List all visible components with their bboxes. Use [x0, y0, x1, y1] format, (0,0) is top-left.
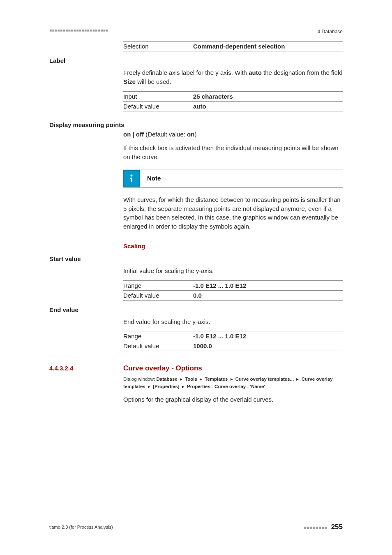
subsection-title: Curve overlay - Options	[123, 364, 202, 372]
def-row-default: Default value 0.0	[123, 290, 343, 301]
breadcrumb-sep-icon: ▸	[147, 384, 152, 389]
param-end: End value	[49, 306, 343, 313]
breadcrumb-sep-icon: ▸	[229, 377, 234, 382]
scaling-head: Scaling	[123, 243, 343, 250]
def-row-selection: Selection Command-dependent selection	[123, 41, 343, 51]
dialog-path-seg: Curve overlay templates...	[235, 377, 294, 382]
dmp-block: on | off (Default value: on) If this che…	[123, 130, 343, 250]
def-row-input: Input 25 characters	[123, 91, 343, 101]
selection-block: Selection Command-dependent selection	[123, 41, 343, 51]
svg-point-0	[131, 174, 133, 176]
def-val: -1.0 E12 ... 1.0 E12	[193, 333, 246, 340]
breadcrumb-sep-icon: ▸	[295, 377, 300, 382]
def-key: Selection	[123, 43, 193, 50]
footer-dashes: ■■■■■■■■	[304, 525, 327, 530]
subsection-body: Dialog window: Database ▸ Tools ▸ Templa…	[123, 376, 343, 404]
text-seg: the designation from the field	[262, 69, 343, 76]
info-icon-svg	[127, 173, 136, 183]
def-row-default: Default value 1000.0	[123, 341, 343, 351]
note-head: Note	[123, 169, 343, 188]
def-key: Default value	[123, 292, 193, 299]
text-seg: Freely definable axis label for the y ax…	[123, 69, 249, 76]
breadcrumb-sep-icon: ▸	[179, 377, 184, 382]
def-key: Range	[123, 282, 193, 289]
end-body: End value for scaling the y-axis.	[123, 317, 343, 326]
note-box: Note With curves, for which the distance…	[123, 169, 343, 231]
note-title: Note	[147, 175, 161, 182]
page-content: Selection Command-dependent selection La…	[49, 41, 343, 404]
footer-product: tiamo 2.3 (for Process Analysis)	[49, 525, 113, 530]
def-key: Default value	[123, 103, 193, 110]
param-dmp: Display measuring points	[49, 121, 343, 128]
def-key: Input	[123, 93, 193, 100]
def-val: auto	[193, 103, 206, 110]
dialog-path: Dialog window: Database ▸ Tools ▸ Templa…	[123, 376, 343, 390]
param-start: Start value	[49, 255, 343, 262]
dmp-onoff: on | off (Default value: on)	[123, 130, 343, 139]
dmp-body: If this check box is activated then the …	[123, 143, 343, 162]
dialog-path-seg: Database	[157, 377, 178, 382]
dialog-path-seg: Templates	[205, 377, 228, 382]
def-val: 1000.0	[193, 342, 212, 349]
def-row-range: Range -1.0 E12 ... 1.0 E12	[123, 280, 343, 290]
dialog-path-seg: [Properties]	[153, 384, 180, 389]
def-key: Range	[123, 333, 193, 340]
note-body: With curves, for which the distance betw…	[123, 195, 343, 231]
def-val: 0.0	[193, 292, 202, 299]
dialog-prefix: Dialog window:	[123, 377, 157, 382]
svg-rect-2	[130, 178, 131, 179]
text-seg: will be used.	[136, 78, 171, 85]
text-bold: on	[187, 131, 194, 138]
dialog-path-seg: Properties - Curve overlay - 'Name'	[187, 384, 265, 389]
text-bold-size: Size	[123, 78, 136, 85]
start-body: Initial value for scaling the y-axis.	[123, 266, 343, 275]
text-seg: )	[194, 131, 196, 138]
def-key: Default value	[123, 342, 193, 349]
info-icon	[123, 170, 140, 187]
header-section: 4 Database	[318, 29, 343, 35]
subsection-row: 4.4.3.2.4 Curve overlay - Options	[49, 364, 343, 372]
text-seg: (Default value:	[144, 131, 187, 138]
def-val: -1.0 E12 ... 1.0 E12	[193, 282, 246, 289]
def-val: 25 characters	[193, 93, 233, 100]
text-bold: on | off	[123, 131, 144, 138]
text-bold-auto: auto	[249, 69, 262, 76]
options-body: Options for the graphical display of the…	[123, 395, 343, 404]
label-block: Freely definable axis label for the y ax…	[123, 68, 343, 111]
label-body: Freely definable axis label for the y ax…	[123, 68, 343, 86]
def-val: Command-dependent selection	[193, 43, 285, 50]
end-block: End value for scaling the y-axis. Range …	[123, 317, 343, 352]
footer-right: ■■■■■■■■ 255	[304, 523, 343, 531]
start-block: Initial value for scaling the y-axis. Ra…	[123, 266, 343, 301]
dialog-path-seg: Tools	[185, 377, 197, 382]
breadcrumb-sep-icon: ▸	[198, 377, 203, 382]
subsection-number: 4.4.3.2.4	[49, 365, 123, 372]
def-row-default: Default value auto	[123, 101, 343, 111]
header-dashes: ■■■■■■■■■■■■■■■■■■■■■■	[49, 28, 108, 32]
def-row-range: Range -1.0 E12 ... 1.0 E12	[123, 331, 343, 341]
breadcrumb-sep-icon: ▸	[181, 384, 186, 389]
param-label-label: Label	[49, 57, 343, 64]
footer-page-number: 255	[331, 523, 343, 531]
